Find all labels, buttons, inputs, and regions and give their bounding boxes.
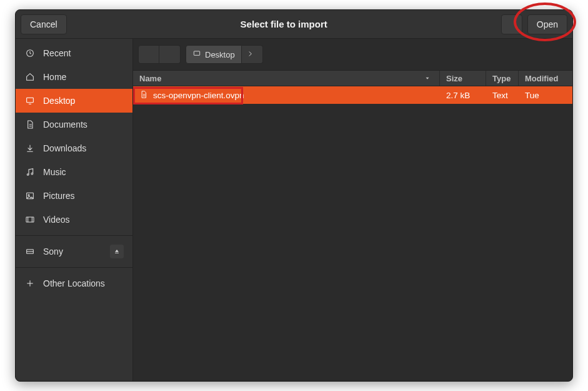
- sidebar-item-label: Music: [43, 167, 66, 177]
- cancel-button[interactable]: Cancel: [21, 14, 67, 34]
- pictures-icon: [24, 190, 36, 201]
- sidebar-item-videos[interactable]: Videos: [16, 208, 132, 231]
- svg-point-9: [27, 174, 29, 176]
- documents-icon: [24, 119, 36, 130]
- file-chooser-dialog: Cancel Select file to import Open Recent…: [15, 9, 573, 382]
- sidebar-item-other-locations[interactable]: Other Locations: [16, 272, 132, 295]
- file-icon: [139, 90, 148, 101]
- search-button[interactable]: [501, 14, 522, 34]
- sidebar-divider: [16, 267, 132, 268]
- eject-button[interactable]: [110, 245, 124, 258]
- sidebar-item-home[interactable]: Home: [16, 65, 132, 89]
- dialog-body: Recent Home Desktop Documents Downloads …: [16, 39, 572, 381]
- file-row[interactable]: scs-openvpn-client.ovpn 2.7 kB Text Tue: [133, 86, 572, 104]
- open-button[interactable]: Open: [527, 14, 567, 34]
- eject-icon: [114, 246, 120, 256]
- file-modified-cell: Tue: [519, 91, 572, 100]
- sidebar-item-label: Documents: [43, 119, 87, 129]
- dialog-title: Select file to import: [72, 19, 496, 29]
- sidebar-item-label: Home: [43, 72, 66, 82]
- chevron-right-icon: [246, 49, 258, 60]
- desktop-icon: [192, 49, 205, 60]
- sidebar-item-label: Desktop: [43, 96, 75, 106]
- file-list-pane: Desktop Name Size Type: [133, 39, 572, 381]
- downloads-icon: [24, 143, 36, 154]
- column-header-type[interactable]: Type: [486, 71, 519, 86]
- forward-button[interactable]: [242, 45, 263, 64]
- sidebar-item-label: Downloads: [43, 143, 86, 153]
- column-label: Name: [139, 74, 161, 83]
- sidebar-item-label: Other Locations: [43, 278, 105, 288]
- path-bar: Desktop: [133, 39, 572, 70]
- sidebar-item-label: Pictures: [43, 191, 75, 201]
- file-name: scs-openvpn-client.ovpn: [153, 91, 244, 100]
- column-header-size[interactable]: Size: [440, 71, 486, 86]
- column-label: Modified: [525, 74, 558, 83]
- path-home-button[interactable]: [159, 45, 181, 64]
- sidebar-divider: [16, 235, 132, 236]
- drive-icon: [24, 246, 36, 257]
- svg-point-12: [28, 195, 29, 196]
- column-header-modified[interactable]: Modified: [519, 71, 572, 86]
- svg-rect-22: [194, 51, 199, 54]
- svg-marker-18: [115, 250, 119, 252]
- sidebar-item-documents[interactable]: Documents: [16, 113, 132, 136]
- sidebar-item-label: Videos: [43, 215, 70, 225]
- clock-icon: [24, 48, 36, 59]
- path-segment-desktop[interactable]: Desktop: [186, 45, 242, 64]
- videos-icon: [24, 214, 36, 225]
- sidebar-item-desktop[interactable]: Desktop: [16, 89, 132, 113]
- caret-down-icon: [424, 74, 431, 83]
- sidebar-item-downloads[interactable]: Downloads: [16, 136, 132, 160]
- desktop-icon: [24, 95, 36, 106]
- file-name-cell: scs-openvpn-client.ovpn: [133, 90, 440, 101]
- svg-rect-13: [26, 217, 34, 222]
- sidebar-item-music[interactable]: Music: [16, 160, 132, 184]
- path-segment-group: Desktop: [186, 45, 263, 64]
- home-icon: [24, 71, 36, 83]
- sidebar-item-recent[interactable]: Recent: [16, 41, 132, 65]
- sidebar-item-label: Recent: [43, 48, 71, 58]
- music-icon: [24, 166, 36, 178]
- file-rows: scs-openvpn-client.ovpn 2.7 kB Text Tue: [133, 86, 572, 381]
- dialog-header: Cancel Select file to import Open: [16, 10, 572, 39]
- column-label: Type: [492, 74, 511, 83]
- sidebar-item-pictures[interactable]: Pictures: [16, 184, 132, 208]
- back-button[interactable]: [138, 45, 159, 64]
- svg-rect-3: [27, 98, 34, 102]
- column-headers: Name Size Type Modified: [133, 70, 572, 86]
- sidebar-item-label: Sony: [43, 246, 63, 256]
- column-header-name[interactable]: Name: [133, 71, 440, 86]
- path-segment-label: Desktop: [205, 50, 235, 59]
- svg-point-10: [31, 173, 33, 175]
- svg-marker-23: [426, 77, 429, 79]
- file-size-cell: 2.7 kB: [440, 91, 486, 100]
- file-type-cell: Text: [486, 91, 519, 100]
- svg-rect-19: [115, 253, 119, 253]
- sidebar-item-sony[interactable]: Sony: [16, 240, 132, 263]
- plus-icon: [24, 278, 36, 289]
- places-sidebar: Recent Home Desktop Documents Downloads …: [16, 39, 133, 381]
- column-label: Size: [446, 74, 462, 83]
